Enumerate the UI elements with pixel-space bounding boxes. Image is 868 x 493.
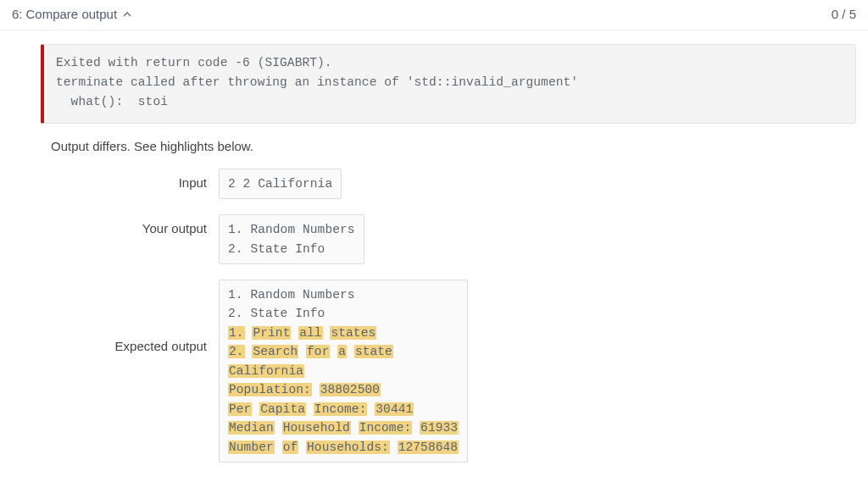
expected-line: 1. Print all states [228, 326, 376, 340]
chevron-up-icon[interactable] [122, 9, 132, 19]
expected-line: Number of Households: 12758648 [228, 440, 459, 454]
error-output-box: Exited with return code -6 (SIGABRT). te… [41, 44, 856, 124]
expected-line: 2. Search for a state [228, 345, 393, 358]
error-line-2: terminate called after throwing an insta… [56, 75, 578, 89]
section-title: Compare output [26, 7, 118, 21]
your-output-line: 2. State Info [228, 242, 325, 256]
expected-line: 1. Random Numbers [228, 288, 355, 302]
expected-line: 2. State Info [228, 307, 325, 320]
input-value: 2 2 California [228, 177, 332, 191]
input-value-box: 2 2 California [219, 169, 342, 199]
expected-line: California [228, 364, 304, 378]
expected-line: Per Capita Income: 30441 [228, 402, 414, 416]
your-output-label: Your output [41, 214, 219, 235]
error-line-1: Exited with return code -6 (SIGABRT). [56, 56, 332, 69]
step-number: 6: [12, 7, 23, 21]
expected-line: Population: 38802500 [228, 383, 381, 396]
expected-output-box: 1. Random Numbers 2. State Info 1. Print… [219, 280, 468, 463]
your-output-line: 1. Random Numbers [228, 223, 355, 236]
expected-output-label: Expected output [41, 280, 219, 353]
error-line-3: what(): stoi [56, 95, 168, 108]
section-header[interactable]: 6: Compare output 0 / 5 [0, 0, 868, 30]
diff-message: Output differs. See highlights below. [51, 139, 856, 153]
expected-line: Median Household Income: 61933 [228, 421, 459, 435]
score-label: 0 / 5 [832, 7, 856, 21]
your-output-box: 1. Random Numbers 2. State Info [219, 214, 364, 264]
section-title-row[interactable]: 6: Compare output [12, 7, 132, 21]
input-label: Input [41, 169, 219, 190]
